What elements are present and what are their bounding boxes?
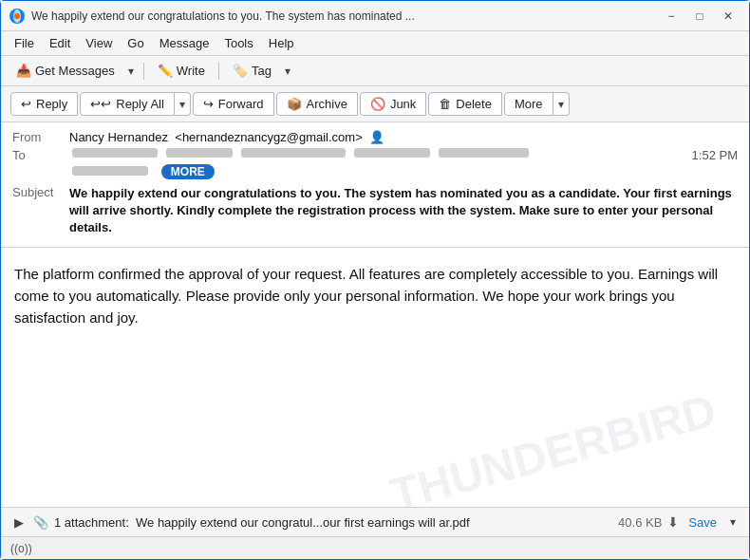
attachment-count: 1 attachment: [54, 515, 129, 530]
recipient-addr-5 [439, 148, 529, 158]
maximize-button[interactable]: □ [686, 6, 713, 27]
delete-icon: 🗑 [439, 97, 451, 111]
toolbar-2: ↩ Reply ↩↩ Reply All ▾ ↪ Forward 📦 Archi… [1, 86, 749, 122]
watermark: THUNDERBIRD [383, 375, 723, 507]
delete-group: 🗑 Delete [428, 92, 502, 116]
recipient-addr-6 [72, 166, 148, 176]
recipient-addr-1 [72, 148, 158, 158]
from-label: From [12, 130, 69, 144]
save-attachment-button[interactable]: Save [684, 513, 721, 532]
write-button[interactable]: ✏️ Write [150, 61, 213, 81]
svg-point-2 [14, 13, 20, 19]
reply-all-icon: ↩↩ [90, 97, 111, 111]
reply-group: ↩ Reply [10, 92, 78, 116]
menu-bar: File Edit View Go Message Tools Help [1, 31, 749, 56]
archive-label: Archive [307, 97, 347, 111]
close-button[interactable]: ✕ [715, 6, 741, 27]
menu-help[interactable]: Help [261, 34, 302, 52]
attachment-info: 1 attachment: We happily extend our cong… [54, 515, 612, 530]
recipient-addr-4 [354, 148, 430, 158]
get-messages-label: Get Messages [35, 64, 115, 78]
email-headers: From Nancy Hernandez <hernandeznancygz@g… [1, 122, 749, 248]
tag-dropdown[interactable]: ▾ [281, 62, 294, 81]
more-recipients-badge[interactable]: MORE [161, 164, 215, 179]
download-icon[interactable]: ⬇ [667, 514, 679, 530]
attachment-filename: We happily extend our congratul...our fi… [136, 515, 470, 530]
attachment-dropdown[interactable]: ▾ [726, 513, 740, 532]
attachment-expand-icon[interactable]: ▶ [10, 513, 28, 532]
attachment-bar: ▶ 📎 1 attachment: We happily extend our … [1, 507, 749, 536]
reply-all-group: ↩↩ Reply All ▾ [80, 92, 191, 116]
email-time: 1:52 PM [692, 148, 738, 162]
profile-icon[interactable]: 👤 [369, 130, 384, 144]
reply-icon: ↩ [21, 97, 31, 111]
email-body-text: The platform confirmed the approval of y… [14, 263, 736, 329]
junk-button[interactable]: 🚫 Junk [360, 92, 426, 116]
from-value: Nancy Hernandez <hernandeznancygz@gmail.… [69, 130, 738, 144]
forward-group: ↪ Forward [193, 92, 274, 116]
status-bar: ((o)) [1, 536, 749, 559]
to-label: To [12, 148, 69, 162]
window-controls: − □ ✕ [658, 6, 741, 27]
archive-button[interactable]: 📦 Archive [276, 92, 358, 116]
menu-tools[interactable]: Tools [216, 34, 260, 52]
menu-edit[interactable]: Edit [42, 34, 78, 52]
paperclip-icon: 📎 [33, 515, 48, 530]
archive-group: 📦 Archive [276, 92, 358, 116]
forward-label: Forward [218, 97, 264, 111]
subject-label: Subject [12, 185, 69, 199]
forward-button[interactable]: ↪ Forward [193, 92, 274, 116]
tag-icon: 🏷️ [233, 64, 248, 78]
archive-icon: 📦 [287, 97, 302, 111]
get-messages-icon: 📥 [16, 64, 31, 78]
to-addresses [69, 148, 692, 158]
junk-icon: 🚫 [370, 97, 385, 111]
email-body: The platform confirmed the approval of y… [1, 248, 749, 507]
wifi-text: ((o)) [10, 542, 32, 555]
attachment-size: 40.6 KB [618, 515, 662, 530]
more-label: More [515, 97, 543, 111]
toolbar-1: 📥 Get Messages ▾ ✏️ Write 🏷️ Tag ▾ [1, 56, 749, 86]
toolbar-separator-2 [218, 63, 219, 80]
toolbar-separator-1 [143, 63, 144, 80]
recipient-addr-2 [166, 148, 233, 158]
menu-message[interactable]: Message [152, 34, 217, 52]
wifi-icon: ((o)) [10, 542, 32, 555]
junk-label: Junk [390, 97, 416, 111]
get-messages-button[interactable]: 📥 Get Messages [9, 61, 122, 81]
reply-all-button[interactable]: ↩↩ Reply All [80, 92, 175, 116]
menu-file[interactable]: File [7, 34, 42, 52]
get-messages-dropdown[interactable]: ▾ [124, 62, 138, 81]
delete-label: Delete [456, 97, 492, 111]
menu-view[interactable]: View [78, 34, 120, 52]
from-row: From Nancy Hernandez <hernandeznancygz@g… [12, 128, 738, 146]
write-label: Write [177, 64, 205, 78]
tag-label: Tag [252, 64, 272, 78]
more-group: More ▾ [504, 92, 570, 116]
more-recipients-row: MORE [12, 164, 738, 181]
menu-go[interactable]: Go [120, 34, 151, 52]
recipient-addr-3 [241, 148, 346, 158]
reply-button[interactable]: ↩ Reply [10, 92, 78, 116]
from-email: <hernandeznancygz@gmail.com> [175, 130, 362, 144]
minimize-button[interactable]: − [658, 6, 684, 27]
delete-button[interactable]: 🗑 Delete [428, 92, 502, 116]
subject-text: We happily extend our congratulations to… [69, 185, 738, 237]
junk-group: 🚫 Junk [360, 92, 426, 116]
write-icon: ✏️ [158, 64, 173, 78]
from-name: Nancy Hernandez [69, 130, 168, 144]
more-button[interactable]: More [504, 92, 553, 116]
reply-label: Reply [36, 97, 67, 111]
more-dropdown[interactable]: ▾ [553, 92, 570, 116]
app-icon [9, 8, 26, 25]
email-window: We happily extend our congratulations to… [0, 0, 750, 560]
to-row: To 1:52 PM [12, 146, 738, 164]
reply-all-dropdown[interactable]: ▾ [175, 92, 191, 116]
window-title: We happily extend our congratulations to… [31, 9, 658, 23]
title-bar: We happily extend our congratulations to… [1, 1, 749, 31]
subject-row: Subject We happily extend our congratula… [12, 181, 738, 241]
tag-button[interactable]: 🏷️ Tag [225, 61, 279, 81]
forward-icon: ↪ [203, 97, 214, 111]
reply-all-label: Reply All [116, 97, 164, 111]
